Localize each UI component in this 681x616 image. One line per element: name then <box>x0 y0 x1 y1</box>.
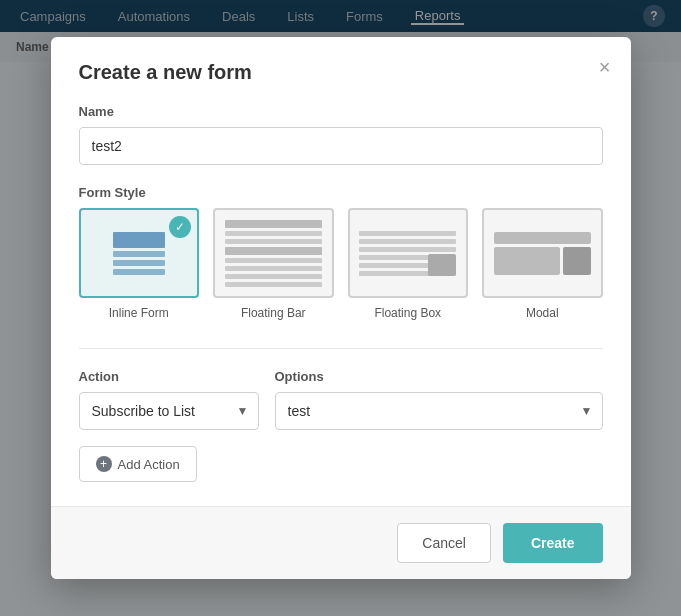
modal-footer: Cancel Create <box>51 506 631 579</box>
style-card-floating-box-image <box>348 208 469 298</box>
create-button[interactable]: Create <box>503 523 603 563</box>
modal-header: Create a new form × <box>51 37 631 84</box>
style-card-floating-bar-image <box>213 208 334 298</box>
floating-bar-icon <box>221 216 326 291</box>
close-button[interactable]: × <box>599 57 611 77</box>
style-card-floating-box[interactable]: Floating Box <box>348 208 469 320</box>
style-card-inline[interactable]: ✓ Inline Form <box>79 208 200 320</box>
modal-body: Name Form Style ✓ Inlin <box>51 104 631 506</box>
add-action-label: Add Action <box>118 457 180 472</box>
style-card-floating-bar[interactable]: Floating Bar <box>213 208 334 320</box>
action-select[interactable]: Subscribe to List Unsubscribe from List <box>79 392 259 430</box>
form-style-label: Form Style <box>79 185 603 200</box>
floating-box-icon <box>355 227 460 280</box>
style-card-inline-image: ✓ <box>79 208 200 298</box>
action-column: Action Subscribe to List Unsubscribe fro… <box>79 369 259 430</box>
name-input[interactable] <box>79 127 603 165</box>
plus-icon: + <box>96 456 112 472</box>
style-card-modal[interactable]: Modal <box>482 208 603 320</box>
divider <box>79 348 603 349</box>
action-options-row: Action Subscribe to List Unsubscribe fro… <box>79 369 603 430</box>
options-label: Options <box>275 369 603 384</box>
name-label: Name <box>79 104 603 119</box>
inline-form-icon <box>105 224 173 283</box>
options-select-wrapper: test ▼ <box>275 392 603 430</box>
create-form-modal: Create a new form × Name Form Style ✓ <box>51 37 631 579</box>
style-card-floating-box-label: Floating Box <box>374 306 441 320</box>
action-label: Action <box>79 369 259 384</box>
modal-title: Create a new form <box>79 61 603 84</box>
options-select[interactable]: test <box>275 392 603 430</box>
cancel-button[interactable]: Cancel <box>397 523 491 563</box>
add-action-button[interactable]: + Add Action <box>79 446 197 482</box>
form-style-selector: ✓ Inline Form <box>79 208 603 320</box>
action-select-wrapper: Subscribe to List Unsubscribe from List … <box>79 392 259 430</box>
style-card-modal-image <box>482 208 603 298</box>
style-card-floating-bar-label: Floating Bar <box>241 306 306 320</box>
selected-check-icon: ✓ <box>169 216 191 238</box>
style-card-modal-label: Modal <box>526 306 559 320</box>
options-column: Options test ▼ <box>275 369 603 430</box>
modal-overlay: Create a new form × Name Form Style ✓ <box>0 0 681 616</box>
modal-icon <box>490 228 595 279</box>
style-card-inline-label: Inline Form <box>109 306 169 320</box>
